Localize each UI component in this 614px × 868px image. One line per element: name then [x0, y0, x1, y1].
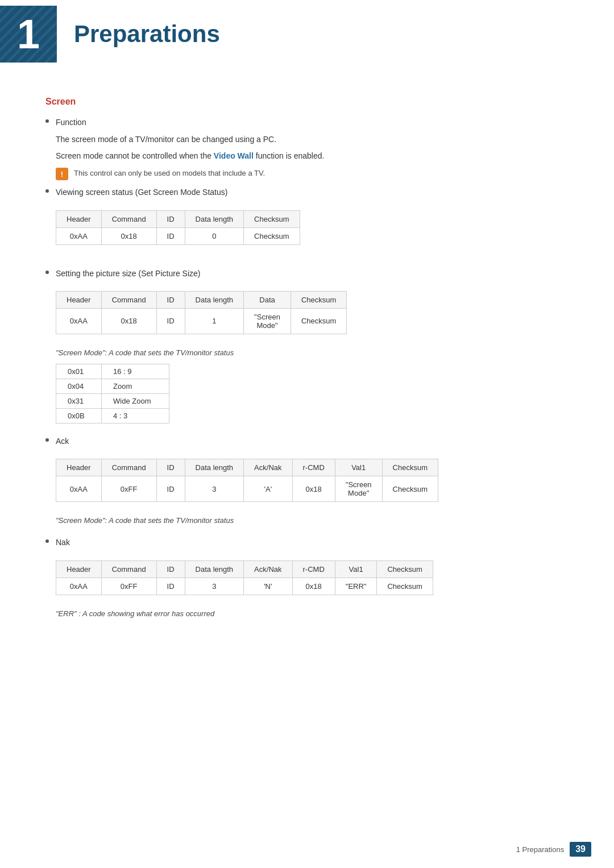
mode-code-1: 0x04 [56, 379, 102, 393]
td-header-ack: 0xAA [56, 476, 102, 502]
setting-label: Setting the picture size (Set Picture Si… [56, 267, 200, 280]
chapter-title: Preparations [57, 6, 237, 63]
bullet-dot-viewing [45, 189, 49, 193]
th-header-nak: Header [56, 560, 102, 578]
warning-icon: ! [56, 168, 68, 180]
mode-name-1: Zoom [102, 379, 169, 393]
th-val1-ack: Val1 [335, 459, 382, 476]
th-command-1: Command [101, 210, 156, 227]
td-checksum-nak: Checksum [377, 578, 433, 595]
viewing-bullet: Viewing screen status (Get Screen Mode S… [45, 186, 569, 198]
td-id-nak: ID [156, 578, 185, 595]
table-row: 0xAA 0xFF ID 3 'N' 0x18 "ERR" Checksum [56, 578, 433, 595]
function-desc2: Screen mode cannot be controlled when th… [56, 149, 569, 162]
th-datalength-nak: Data length [185, 560, 244, 578]
th-acknak-ack: Ack/Nak [244, 459, 292, 476]
th-header-1: Header [56, 210, 102, 227]
footer-chapter-label: 1 Preparations [516, 845, 565, 854]
table-viewing-wrapper: Header Command ID Data length Checksum 0… [56, 210, 300, 245]
mode-code-0: 0x01 [56, 364, 102, 379]
mode-name-2: Wide Zoom [102, 393, 169, 408]
td-command-2: 0x18 [101, 308, 156, 334]
td-command-ack: 0xFF [101, 476, 156, 502]
setting-bullet: Setting the picture size (Set Picture Si… [45, 267, 569, 280]
bullet-dot-nak [45, 539, 49, 543]
table-setting-wrapper: Header Command ID Data length Data Check… [56, 291, 347, 334]
th-header-ack: Header [56, 459, 102, 476]
th-command-2: Command [101, 291, 156, 308]
td-data-2: "ScreenMode" [244, 308, 291, 334]
err-note: "ERR" : A code showing what error has oc… [56, 609, 569, 618]
th-command-ack: Command [101, 459, 156, 476]
screen-section-title: Screen [45, 97, 569, 107]
td-command-1: 0x18 [101, 227, 156, 244]
ack-label: Ack [56, 435, 69, 447]
th-rcmd-ack: r-CMD [292, 459, 335, 476]
td-datalength-ack: 3 [185, 476, 244, 502]
td-checksum-1: Checksum [244, 227, 300, 244]
th-command-nak: Command [101, 560, 156, 578]
table-ack-wrapper: Header Command ID Data length Ack/Nak r-… [56, 459, 438, 502]
td-header-nak: 0xAA [56, 578, 102, 595]
td-header-1: 0xAA [56, 227, 102, 244]
table-row: 0x31 Wide Zoom [56, 393, 169, 408]
th-rcmd-nak: r-CMD [292, 560, 335, 578]
bullet-dot-ack [45, 438, 49, 442]
td-acknak-nak: 'N' [244, 578, 292, 595]
bullet-dot-setting [45, 271, 49, 274]
td-id-2: ID [156, 308, 185, 334]
table-row: 0xAA 0x18 ID 0 Checksum [56, 227, 300, 244]
th-checksum-nak: Checksum [377, 560, 433, 578]
table-row: 0xAA 0x18 ID 1 "ScreenMode" Checksum [56, 308, 347, 334]
td-command-nak: 0xFF [101, 578, 156, 595]
th-data-length-2: Data length [185, 291, 244, 308]
main-content: Screen Function The screen mode of a TV/… [0, 85, 614, 659]
ack-bullet: Ack [45, 435, 569, 447]
function-desc2-end: function is enabled. [254, 151, 325, 160]
th-val1-nak: Val1 [335, 560, 377, 578]
screen-mode-desc-ack: "Screen Mode": A code that sets the TV/m… [56, 516, 569, 525]
mode-name-0: 16 : 9 [102, 364, 169, 379]
th-checksum-1: Checksum [244, 210, 300, 227]
table-ack: Header Command ID Data length Ack/Nak r-… [56, 459, 438, 502]
td-rcmd-ack: 0x18 [292, 476, 335, 502]
function-desc2-text: Screen mode cannot be controlled when th… [56, 151, 214, 160]
td-val1-ack: "ScreenMode" [335, 476, 382, 502]
td-acknak-ack: 'A' [244, 476, 292, 502]
td-rcmd-nak: 0x18 [292, 578, 335, 595]
th-data-length-1: Data length [185, 210, 244, 227]
th-datalength-ack: Data length [185, 459, 244, 476]
screen-mode-desc: "Screen Mode": A code that sets the TV/m… [56, 348, 569, 357]
th-header-2: Header [56, 291, 102, 308]
td-datalength-1: 0 [185, 227, 244, 244]
nak-label: Nak [56, 536, 70, 549]
table-viewing: Header Command ID Data length Checksum 0… [56, 210, 300, 245]
th-id-nak: ID [156, 560, 185, 578]
td-datalength-2: 1 [185, 308, 244, 334]
th-checksum-ack: Checksum [382, 459, 438, 476]
mode-name-3: 4 : 3 [102, 408, 169, 423]
th-id-ack: ID [156, 459, 185, 476]
table-row: 0x04 Zoom [56, 379, 169, 393]
chapter-number-block: 1 [0, 6, 57, 63]
warning-text: This control can only be used on models … [74, 168, 265, 179]
video-wall-link: Video Wall [214, 151, 254, 160]
mode-code-3: 0x0B [56, 408, 102, 423]
td-header-2: 0xAA [56, 308, 102, 334]
table-nak-wrapper: Header Command ID Data length Ack/Nak r-… [56, 560, 433, 595]
td-id-1: ID [156, 227, 185, 244]
th-checksum-2: Checksum [291, 291, 346, 308]
table-row: 0x0B 4 : 3 [56, 408, 169, 423]
bullet-dot-function [45, 119, 49, 123]
td-datalength-nak: 3 [185, 578, 244, 595]
th-id-2: ID [156, 291, 185, 308]
td-checksum-ack: Checksum [382, 476, 438, 502]
mode-table: 0x01 16 : 9 0x04 Zoom 0x31 Wide Zoom 0x0… [56, 364, 169, 423]
table-setting: Header Command ID Data length Data Check… [56, 291, 347, 334]
function-label: Function [56, 116, 86, 128]
mode-code-2: 0x31 [56, 393, 102, 408]
footer-page-number: 39 [570, 842, 591, 857]
th-data-2: Data [244, 291, 291, 308]
viewing-label: Viewing screen status (Get Screen Mode S… [56, 186, 227, 198]
page-footer: 1 Preparations 39 [516, 842, 591, 857]
